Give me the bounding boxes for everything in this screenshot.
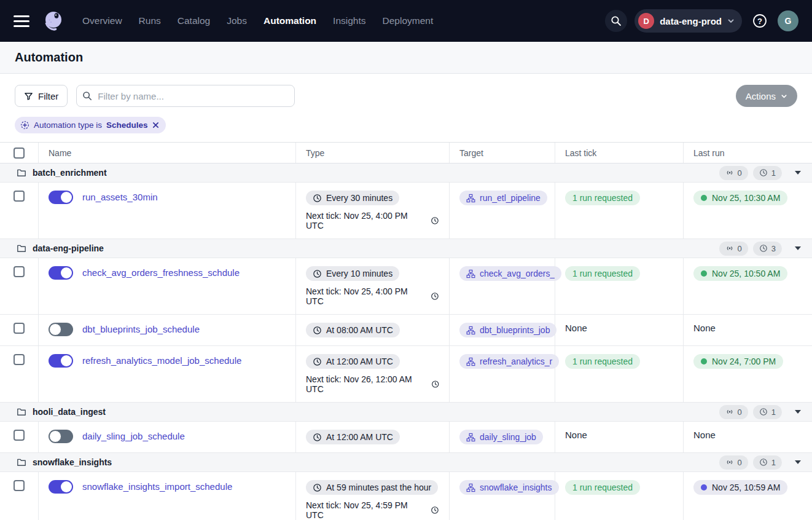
- nav-runs[interactable]: Runs: [139, 15, 161, 26]
- clock-icon: [431, 216, 439, 225]
- nav-overview[interactable]: Overview: [82, 15, 122, 26]
- collapse-caret-icon[interactable]: [795, 246, 801, 250]
- table-row: refresh_analytics_model_job_schedule At …: [0, 346, 812, 403]
- last-tick-status: 1 run requested: [565, 266, 640, 281]
- schedule-name-link[interactable]: daily_sling_job_schedule: [82, 431, 185, 441]
- schedule-toggle[interactable]: [49, 191, 73, 204]
- schedule-toggle[interactable]: [49, 430, 73, 443]
- sensor-icon: [725, 458, 734, 467]
- schedule-toggle[interactable]: [49, 323, 73, 336]
- nav-jobs[interactable]: Jobs: [227, 15, 247, 26]
- job-graph-icon: [466, 326, 475, 335]
- schedule-toggle[interactable]: [49, 480, 73, 494]
- row-checkbox[interactable]: [14, 480, 25, 491]
- table-row: run_assets_30min Every 30 minutes Next t…: [0, 183, 812, 239]
- funnel-icon: [24, 92, 33, 101]
- folder-icon: [17, 457, 26, 467]
- run-status-dot: [701, 484, 707, 490]
- last-run-status: None: [693, 323, 716, 333]
- nav-insights[interactable]: Insights: [333, 15, 365, 26]
- toolbar: Filter Actions: [0, 74, 812, 116]
- hamburger-menu-icon[interactable]: [14, 15, 29, 27]
- filter-by-name-input[interactable]: [76, 85, 295, 107]
- dagster-logo[interactable]: [41, 8, 66, 34]
- schedule-name-link[interactable]: snowflake_insights_import_schedule: [82, 481, 232, 492]
- schedule-name-link[interactable]: run_assets_30min: [82, 192, 158, 202]
- row-checkbox[interactable]: [14, 430, 25, 441]
- folder-icon: [17, 243, 26, 253]
- group-row[interactable]: data-eng-pipeline 0 3: [0, 239, 812, 258]
- row-checkbox[interactable]: [14, 191, 25, 202]
- clock-icon: [313, 433, 322, 442]
- last-tick-status: 1 run requested: [565, 354, 640, 369]
- target-tag[interactable]: run_etl_pipeline: [459, 191, 547, 205]
- schedule-toggle[interactable]: [49, 266, 73, 280]
- sensor-icon: [725, 408, 734, 416]
- schedule-interval-tag: At 12:00 AM UTC: [306, 430, 400, 444]
- next-tick-text: Next tick: Nov 25, 4:00 PM UTC: [306, 211, 439, 230]
- close-icon[interactable]: [152, 122, 159, 128]
- target-tag[interactable]: dbt_blueprints_job: [459, 323, 556, 337]
- schedule-interval-tag: At 12:00 AM UTC: [306, 354, 400, 369]
- user-avatar[interactable]: G: [778, 10, 798, 31]
- row-checkbox[interactable]: [14, 323, 25, 334]
- next-tick-text: Next tick: Nov 25, 4:59 PM UTC: [306, 500, 439, 520]
- table-row: check_avg_orders_freshness_schdule Every…: [0, 258, 812, 315]
- schedule-interval-tag: Every 30 minutes: [306, 191, 399, 205]
- filter-chip-automation-type[interactable]: Automation type is Schedules: [15, 117, 166, 133]
- row-checkbox[interactable]: [14, 354, 25, 365]
- select-all-checkbox[interactable]: [14, 148, 25, 159]
- row-checkbox[interactable]: [14, 266, 25, 277]
- filter-add-icon: [20, 120, 29, 130]
- clock-icon: [431, 380, 439, 388]
- target-tag[interactable]: daily_sling_job: [459, 430, 543, 444]
- last-run-link[interactable]: Nov 25, 10:30 AM: [693, 191, 787, 205]
- clock-icon: [313, 483, 322, 492]
- schedule-name-link[interactable]: dbt_blueprints_job_schedule: [82, 324, 200, 334]
- table-header: Name Type Target Last tick Last run: [0, 143, 812, 163]
- table-row: snowflake_insights_import_schedule At 59…: [0, 472, 812, 520]
- help-icon[interactable]: ?: [749, 10, 770, 31]
- actions-button[interactable]: Actions: [736, 85, 797, 107]
- column-header-name: Name: [38, 143, 295, 163]
- search-icon[interactable]: [605, 10, 627, 32]
- column-header-last-tick: Last tick: [555, 143, 683, 163]
- last-run-link[interactable]: Nov 24, 7:00 PM: [693, 354, 783, 369]
- job-graph-icon: [466, 357, 475, 366]
- schedule-interval-tag: Every 10 minutes: [306, 266, 399, 281]
- group-row[interactable]: snowflake_insights 0 1: [0, 453, 812, 472]
- target-tag[interactable]: check_avg_orders_: [459, 266, 561, 281]
- active-filters-row: Automation type is Schedules: [0, 116, 812, 143]
- folder-icon: [17, 168, 26, 178]
- group-name: snowflake_insights: [33, 457, 112, 467]
- clock-icon: [431, 292, 439, 301]
- schedule-name-link[interactable]: refresh_analytics_model_job_schedule: [82, 355, 241, 366]
- nav-deployment[interactable]: Deployment: [383, 15, 434, 26]
- schedule-interval-tag: At 08:00 AM UTC: [306, 323, 400, 337]
- search-input-icon: [82, 91, 92, 101]
- last-run-link[interactable]: Nov 25, 10:50 AM: [693, 266, 787, 281]
- collapse-caret-icon[interactable]: [795, 460, 801, 464]
- clock-icon: [431, 506, 439, 514]
- table-row: daily_sling_job_schedule At 12:00 AM UTC…: [0, 422, 812, 453]
- job-graph-icon: [466, 194, 475, 203]
- chevron-down-icon: [781, 93, 787, 100]
- collapse-caret-icon[interactable]: [795, 410, 801, 414]
- schedule-toggle[interactable]: [49, 354, 73, 368]
- target-tag[interactable]: snowflake_insights: [459, 480, 559, 495]
- sensor-icon: [725, 244, 734, 253]
- clock-icon: [313, 357, 322, 366]
- last-tick-status: None: [565, 430, 587, 440]
- last-run-link[interactable]: Nov 25, 10:59 AM: [693, 480, 787, 495]
- nav-automation[interactable]: Automation: [264, 15, 316, 26]
- target-tag[interactable]: refresh_analytics_r: [459, 354, 559, 369]
- group-row[interactable]: hooli_data_ingest 0 1: [0, 403, 812, 422]
- deployment-switcher[interactable]: D data-eng-prod: [634, 9, 742, 33]
- next-tick-text: Next tick: Nov 26, 12:00 AM UTC: [306, 374, 439, 394]
- collapse-caret-icon[interactable]: [795, 171, 801, 175]
- schedule-name-link[interactable]: check_avg_orders_freshness_schdule: [82, 267, 240, 278]
- group-row[interactable]: batch_enrichment 0 1: [0, 163, 812, 183]
- column-header-type: Type: [295, 143, 449, 163]
- nav-catalog[interactable]: Catalog: [178, 15, 210, 26]
- filter-button[interactable]: Filter: [15, 85, 68, 107]
